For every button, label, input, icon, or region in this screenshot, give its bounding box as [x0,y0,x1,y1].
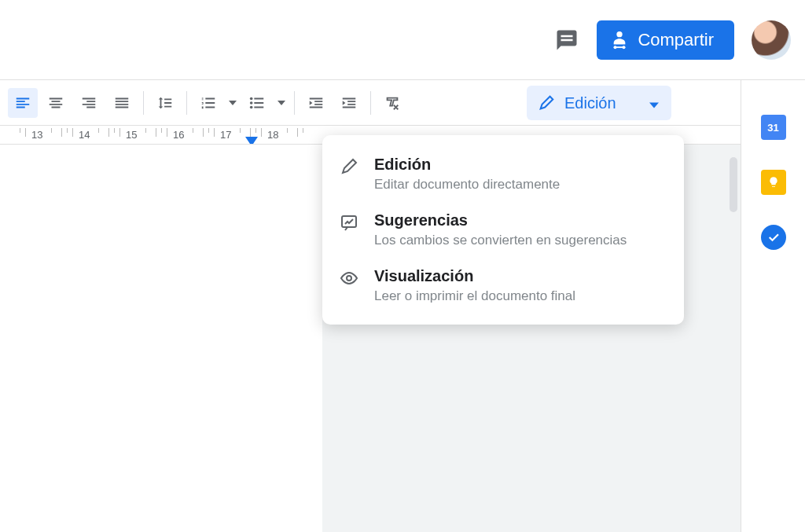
svg-rect-9 [342,216,356,227]
calendar-day-number: 31 [767,122,778,134]
pencil-icon [340,156,360,179]
align-center-icon [47,94,64,112]
account-avatar[interactable] [752,20,791,60]
caret-down-icon [229,101,237,105]
bulleted-list-icon [248,94,266,112]
align-left-button[interactable] [8,88,38,118]
increase-indent-button[interactable] [334,88,364,118]
svg-point-7 [250,101,253,105]
numbered-list-dropdown[interactable] [225,101,241,105]
share-label: Compartir [638,30,714,50]
check-icon [766,230,781,244]
decrease-indent-button[interactable] [301,88,331,118]
align-left-icon [14,94,31,112]
svg-rect-5 [616,46,624,48]
share-button[interactable]: Compartir [597,20,734,60]
tasks-app-button[interactable] [761,225,786,250]
toolbar-separator [186,91,187,115]
line-spacing-button[interactable] [150,88,180,118]
chat-icon [555,28,579,52]
decrease-indent-icon [307,94,325,112]
ruler-number: 14 [79,129,90,141]
line-spacing-icon [156,94,174,112]
keep-app-button[interactable] [761,170,786,195]
eye-icon [340,267,360,291]
svg-rect-0 [561,35,573,37]
svg-rect-1 [561,39,573,41]
mode-option-title: Edición [374,156,665,174]
align-right-button[interactable] [74,88,104,118]
ruler-number: 13 [31,129,42,141]
svg-point-6 [250,97,253,100]
ruler-number: 15 [126,129,137,141]
clear-formatting-button[interactable] [377,88,407,118]
caret-down-icon [649,94,659,112]
toolbar-separator [294,91,295,115]
mode-label: Edición [564,94,616,112]
mode-option-viewing[interactable]: Visualización Leer o imprimir el documen… [322,258,684,314]
svg-point-10 [347,276,351,281]
indent-marker[interactable] [245,135,258,145]
editing-mode-selector[interactable]: Edición [527,86,671,120]
svg-point-2 [617,31,623,37]
mode-option-title: Sugerencias [374,211,665,229]
document-page[interactable] [0,145,322,532]
toolbar: Edición [0,80,805,126]
comments-button[interactable] [554,28,579,53]
side-panel: 31 [741,80,805,532]
mode-option-desc: Los cambios se convierten en sugerencias [374,233,665,248]
bulleted-list-button[interactable] [242,88,272,118]
toolbar-separator [370,91,371,115]
editing-mode-menu: Edición Editar documento directamente Su… [322,135,684,325]
mode-option-editing[interactable]: Edición Editar documento directamente [322,146,684,202]
ruler-number: 17 [220,129,231,141]
align-center-button[interactable] [41,88,71,118]
header-bar: Compartir [0,0,805,80]
numbered-list-button[interactable] [193,88,223,118]
mode-option-desc: Editar documento directamente [374,177,665,193]
pencil-icon [538,94,555,112]
suggest-icon [340,211,360,235]
align-right-icon [80,94,97,112]
svg-point-8 [250,105,253,108]
mode-option-suggesting[interactable]: Sugerencias Los cambios se convierten en… [322,202,684,258]
clear-formatting-icon [384,94,401,112]
mode-option-title: Visualización [374,267,665,285]
toolbar-separator [143,91,144,115]
bulleted-list-dropdown[interactable] [274,101,289,105]
increase-indent-icon [340,94,358,112]
lightbulb-icon [767,176,780,189]
ruler-number: 16 [173,129,184,141]
align-justify-button[interactable] [107,88,137,118]
caret-down-icon [278,101,285,105]
share-icon [611,30,628,50]
mode-option-desc: Leer o imprimir el documento final [374,288,665,304]
scrollbar-thumb[interactable] [730,157,737,212]
ruler-number: 18 [267,129,278,141]
numbered-list-icon [200,94,217,112]
calendar-app-button[interactable]: 31 [761,115,786,140]
align-justify-icon [113,94,130,112]
